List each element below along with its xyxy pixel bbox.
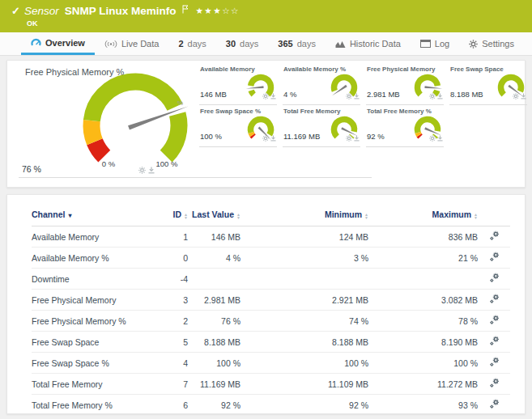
download-icon[interactable] (354, 88, 360, 103)
sort-icon: ▲▼ (184, 213, 188, 219)
cell-id: 3 (151, 290, 188, 311)
edit-channel-icon[interactable] (489, 231, 500, 241)
table-row[interactable]: Available Memory % 0 4 % 3 % 21 % (32, 248, 510, 269)
gear-icon[interactable] (346, 130, 352, 145)
cell-last-value: 92 % (188, 395, 240, 416)
table-row[interactable]: Available Memory 1 146 MB 124 MB 836 MB (32, 226, 510, 248)
download-icon[interactable] (521, 88, 526, 103)
tab-live-data[interactable]: Live Data (95, 32, 168, 55)
cell-minimum: 74 % (240, 311, 368, 332)
channels-table: Channel▾ ID▲▼ Last Value▲▼ Minimum▲▼ Max… (32, 208, 510, 416)
tab-365-days[interactable]: 365days (268, 32, 326, 55)
col-last-value[interactable]: Last Value▲▼ (188, 208, 240, 226)
sensor-type-label: Sensor (24, 5, 59, 17)
edit-channel-icon[interactable] (489, 357, 500, 367)
edit-channel-icon[interactable] (489, 273, 500, 283)
gear-icon[interactable] (262, 130, 269, 145)
download-icon[interactable] (437, 88, 443, 103)
table-row[interactable]: Downtime -4 (32, 269, 510, 290)
tab-settings[interactable]: Settings (459, 32, 524, 55)
edit-channel-icon[interactable] (489, 378, 500, 388)
gear-icon[interactable] (138, 167, 146, 174)
cell-minimum: 8.188 MB (240, 332, 368, 353)
cell-channel[interactable]: Downtime (32, 269, 151, 290)
sort-icon: ▲▼ (364, 213, 368, 219)
tab-log[interactable]: Log (411, 32, 459, 55)
table-row[interactable]: Free Swap Space % 4 100 % 100 % 100 % (32, 353, 510, 374)
cell-last-value (188, 269, 240, 290)
cell-channel[interactable]: Available Memory % (32, 248, 151, 269)
download-icon[interactable] (270, 88, 276, 103)
tab-overview-label: Overview (45, 38, 85, 48)
cell-minimum: 92 % (240, 395, 368, 416)
cell-id: 6 (151, 395, 188, 416)
log-icon (420, 40, 431, 48)
cell-channel[interactable]: Free Physical Memory % (32, 311, 151, 332)
cell-channel[interactable]: Total Free Memory % (32, 395, 151, 416)
cell-channel[interactable]: Free Swap Space (32, 332, 151, 353)
tab-bar: Overview Live Data 2days 30days 365days … (0, 32, 532, 56)
col-minimum[interactable]: Minimum▲▼ (240, 208, 368, 226)
rating-stars[interactable]: ★★★☆☆ (195, 6, 240, 15)
main-gauge-min-label: 0 % (88, 159, 129, 168)
download-icon[interactable] (354, 130, 360, 145)
gear-icon[interactable] (346, 88, 352, 103)
edit-channel-icon[interactable] (489, 399, 500, 409)
cell-id: -4 (151, 269, 188, 290)
col-channel[interactable]: Channel▾ (32, 208, 151, 226)
tile-total-free-memory[interactable]: Total Free Memory 11.169 MB (283, 107, 360, 147)
tile-free-swap-space[interactable]: Free Swap Space 8.188 MB (449, 65, 527, 105)
cell-channel[interactable]: Total Free Memory (32, 374, 151, 395)
channels-panel: Channel▾ ID▲▼ Last Value▲▼ Minimum▲▼ Max… (6, 194, 526, 414)
table-row[interactable]: Free Physical Memory 3 2.981 MB 2.921 MB… (32, 290, 510, 311)
download-icon[interactable] (148, 167, 155, 174)
gear-icon[interactable] (513, 88, 519, 103)
table-row[interactable]: Free Physical Memory % 2 76 % 74 % 78 % (32, 311, 510, 332)
cell-channel[interactable]: Available Memory (32, 226, 151, 248)
tile-free-physical-memory[interactable]: Free Physical Memory 2.981 MB (366, 65, 444, 105)
tile-available-memory[interactable]: Available Memory 146 MB (199, 65, 277, 105)
cell-channel[interactable]: Free Swap Space % (32, 353, 151, 374)
download-icon[interactable] (270, 130, 276, 145)
gauge-icon (31, 38, 41, 47)
table-row[interactable]: Total Free Memory 7 11.169 MB 11.109 MB … (32, 374, 510, 395)
gear-icon[interactable] (429, 88, 436, 103)
cell-maximum: 8.190 MB (368, 332, 478, 353)
cell-minimum: 11.109 MB (240, 374, 368, 395)
historic-chart-icon (335, 40, 346, 49)
priority-flag-icon[interactable] (182, 2, 189, 17)
tab-live-data-label: Live Data (121, 39, 159, 49)
edit-channel-icon[interactable] (489, 252, 500, 262)
tab-overview[interactable]: Overview (21, 32, 95, 55)
cell-id: 0 (151, 248, 188, 269)
tab-30-days[interactable]: 30days (216, 32, 269, 55)
tab-log-label: Log (435, 39, 449, 49)
gear-icon[interactable] (262, 88, 269, 103)
cell-minimum: 3 % (240, 248, 368, 269)
edit-channel-icon[interactable] (489, 336, 500, 346)
gear-icon[interactable] (429, 130, 436, 145)
edit-channel-icon[interactable] (489, 315, 500, 325)
tab-2-days[interactable]: 2days (168, 32, 215, 55)
cell-id: 2 (151, 311, 188, 332)
divider (19, 177, 372, 178)
tab-historic-data[interactable]: Historic Data (326, 32, 411, 55)
cell-id: 4 (151, 353, 188, 374)
cell-minimum: 2.921 MB (240, 290, 368, 311)
cell-maximum (368, 269, 478, 290)
tile-free-swap-space-pct[interactable]: Free Swap Space % 100 % (199, 107, 277, 147)
cell-minimum: 100 % (240, 353, 368, 374)
cell-maximum: 11.272 MB (368, 374, 478, 395)
col-maximum[interactable]: Maximum▲▼ (368, 208, 478, 226)
table-row[interactable]: Total Free Memory % 6 92 % 92 % 93 % (32, 395, 510, 416)
edit-channel-icon[interactable] (489, 294, 500, 304)
sort-icon: ▲▼ (236, 213, 240, 219)
tile-total-free-memory-pct[interactable]: Total Free Memory % 92 % (366, 107, 444, 147)
cell-channel[interactable]: Free Physical Memory (32, 290, 151, 311)
col-id[interactable]: ID▲▼ (151, 208, 188, 226)
download-icon[interactable] (437, 130, 443, 145)
mini-gauge-grid: Available Memory 146 MB Available Memory… (199, 65, 527, 147)
tile-available-memory-pct[interactable]: Available Memory % 4 % (283, 65, 360, 105)
table-row[interactable]: Free Swap Space 5 8.188 MB 8.188 MB 8.19… (32, 332, 510, 353)
cell-last-value: 146 MB (188, 226, 240, 248)
